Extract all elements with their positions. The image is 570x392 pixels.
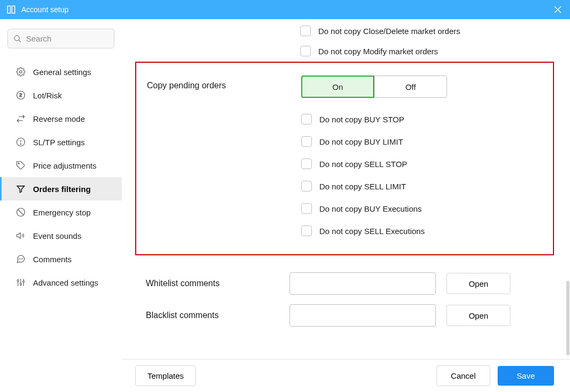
checkbox[interactable] [301,159,312,169]
check-buy-limit[interactable]: Do not copy BUY LIMIT [301,136,542,147]
gear-icon [16,67,26,77]
main-panel: Do not copy Close/Delete market orders D… [122,19,570,392]
toggle-off-button[interactable]: Off [374,76,447,98]
sidebar-item-emergency-stop[interactable]: Emergency stop [0,201,122,224]
svg-rect-0 [7,6,10,13]
svg-line-13 [18,210,24,215]
sidebar-item-advanced-settings[interactable]: Advanced settings [0,271,122,294]
check-no-copy-close-delete[interactable]: Do not copy Close/Delete market orders [300,26,554,36]
check-label: Do not copy SELL STOP [319,160,407,169]
svg-point-11 [18,163,19,164]
footer: Templates Cancel Save [122,359,570,392]
sidebar-item-label: Orders filtering [33,185,90,194]
sidebar: General settings Lot/Risk Reverse mode S… [0,19,122,392]
window-title: Account setup [21,5,552,14]
sidebar-item-label: Event sounds [33,231,81,240]
templates-button[interactable]: Templates [135,365,196,386]
sidebar-item-label: Advanced settings [33,278,98,287]
cancel-button[interactable]: Cancel [436,365,490,386]
toggle-on-button[interactable]: On [301,76,374,98]
sidebar-item-label: Lot/Risk [33,91,62,100]
search-icon [13,35,22,43]
svg-point-20 [20,283,22,285]
app-icon [6,5,16,14]
check-sell-executions[interactable]: Do not copy SELL Executions [301,226,542,236]
sidebar-item-label: SL/TP settings [33,138,85,147]
checkbox[interactable] [301,114,312,124]
highlighted-section: Copy pending orders On Off Do not copy B… [135,62,554,255]
check-buy-stop[interactable]: Do not copy BUY STOP [301,114,542,124]
check-buy-executions[interactable]: Do not copy BUY Executions [301,203,542,214]
ban-icon [16,207,26,217]
svg-point-14 [19,258,20,259]
svg-point-15 [21,258,21,259]
search-input[interactable] [26,34,109,43]
check-sell-limit[interactable]: Do not copy SELL LIMIT [301,181,542,191]
checkbox[interactable] [300,26,311,36]
swap-icon [16,114,26,123]
titlebar: Account setup [0,0,570,19]
check-sell-stop[interactable]: Do not copy SELL STOP [301,159,542,169]
svg-point-22 [23,281,24,282]
svg-point-18 [17,280,19,282]
blacklist-comments-label: Blacklist comments [135,311,290,320]
copy-pending-orders-toggle: On Off [301,76,447,98]
whitelist-comments-input[interactable] [290,272,436,295]
tag-icon [16,161,26,170]
sidebar-item-orders-filtering[interactable]: Orders filtering [0,177,122,201]
checkbox[interactable] [301,181,312,191]
svg-point-6 [20,71,22,73]
blacklist-comments-input[interactable] [290,304,436,327]
checkbox[interactable] [301,226,312,236]
scrollbar[interactable] [566,281,569,355]
check-label: Do not copy BUY Executions [319,204,422,213]
sidebar-item-label: Price adjustments [33,161,96,170]
svg-point-16 [22,258,23,259]
sidebar-item-label: Emergency stop [33,208,90,217]
sidebar-item-comments[interactable]: Comments [0,247,122,271]
checkbox[interactable] [301,203,312,214]
check-label: Do not copy Modify market orders [318,47,438,56]
sidebar-item-lot-risk[interactable]: Lot/Risk [0,84,122,107]
sidebar-item-reverse-mode[interactable]: Reverse mode [0,107,122,130]
sliders-icon [16,278,26,287]
filter-icon [16,184,26,194]
svg-point-10 [20,144,21,145]
sidebar-item-price-adjustments[interactable]: Price adjustments [0,154,122,177]
sidebar-item-label: Comments [33,255,72,264]
alert-icon [16,137,26,147]
sidebar-item-label: General settings [33,68,91,77]
save-button[interactable]: Save [498,366,554,386]
check-label: Do not copy SELL Executions [319,227,425,236]
sidebar-item-general-settings[interactable]: General settings [0,60,122,84]
sidebar-item-event-sounds[interactable]: Event sounds [0,224,122,247]
checkbox[interactable] [301,136,312,147]
check-no-copy-modify[interactable]: Do not copy Modify market orders [300,46,554,56]
svg-rect-1 [12,6,15,13]
close-icon[interactable] [552,4,564,15]
copy-pending-orders-label: Copy pending orders [147,76,301,90]
chat-icon [16,254,26,264]
checkbox[interactable] [300,46,311,56]
svg-line-5 [19,40,21,42]
whitelist-comments-label: Whitelist comments [135,279,290,288]
blacklist-open-button[interactable]: Open [447,305,510,326]
check-label: Do not copy BUY STOP [319,115,404,124]
check-label: Do not copy BUY LIMIT [319,137,403,146]
check-label: Do not copy Close/Delete market orders [318,27,460,36]
svg-point-4 [14,36,19,40]
search-input-wrap[interactable] [7,29,114,48]
whitelist-open-button[interactable]: Open [447,273,510,294]
dollar-icon [16,90,26,100]
sound-icon [16,231,26,240]
sidebar-item-sl-tp-settings[interactable]: SL/TP settings [0,130,122,154]
check-label: Do not copy SELL LIMIT [319,182,406,191]
sidebar-item-label: Reverse mode [33,114,85,123]
